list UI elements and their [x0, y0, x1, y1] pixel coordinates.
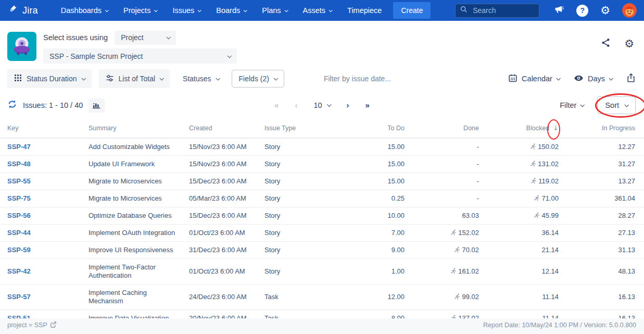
issues-bar: Issues: 1 - 10 / 40: [0, 90, 644, 120]
to-do-cell: 9.00: [325, 242, 405, 259]
export-icon[interactable]: [626, 73, 636, 85]
column-header-created[interactable]: Created: [182, 120, 257, 138]
table-row: SSP-56 Optimize Database Queries 15/Dec/…: [0, 207, 644, 225]
statuses-dropdown[interactable]: Statuses: [176, 69, 225, 88]
fields-dropdown[interactable]: Fields (2): [232, 70, 284, 88]
column-header-summary[interactable]: Summary: [81, 120, 182, 138]
nav-item-boards[interactable]: Boards: [216, 6, 246, 15]
settings-gear-icon[interactable]: ⚙: [600, 5, 610, 16]
brand-name: Jira: [22, 5, 38, 16]
chevron-down-icon: [167, 35, 171, 39]
to-do-cell: 1.00: [325, 259, 405, 284]
refresh-icon[interactable]: [7, 100, 17, 111]
blocked-cell: 45.99: [479, 207, 559, 225]
chevron-down-icon: [556, 76, 560, 80]
jira-logo[interactable]: Jira: [8, 4, 38, 17]
project-select-dropdown[interactable]: SSP - Sample Scrum Project: [43, 48, 237, 64]
header-action-icons: ⚙: [601, 38, 634, 50]
chevron-down-icon: [624, 103, 628, 107]
done-cell: 99.02: [405, 284, 479, 310]
to-do-cell: 10.00: [325, 207, 405, 225]
table-row: SSP-57 Implement Caching Mechanism 24/De…: [0, 284, 644, 310]
pagination-last-button[interactable]: »: [365, 101, 370, 109]
in-progress-cell: 27.13: [559, 225, 644, 242]
announcements-megaphone-icon[interactable]: [553, 4, 564, 17]
issues-count-label: Issues: 1 - 10 / 40: [23, 101, 83, 109]
nav-item-issues[interactable]: Issues: [172, 6, 200, 15]
calendar-view-dropdown[interactable]: Calendar: [508, 73, 560, 84]
search-input[interactable]: [472, 6, 529, 15]
created-cell: 15/Dec/23 6:00 AM: [182, 207, 257, 225]
issue-source-controls: Select issues using Project SSP - Sample…: [43, 30, 237, 64]
issue-key-link[interactable]: SSP-44: [7, 229, 31, 237]
nav-item-assets[interactable]: Assets: [303, 6, 332, 15]
column-header-in-progress[interactable]: In Progress: [559, 120, 644, 138]
chevron-down-icon: [244, 8, 247, 12]
help-icon[interactable]: ?: [576, 5, 588, 17]
sort-direction-arrow-icon[interactable]: ↓: [553, 124, 559, 132]
chevron-down-icon: [216, 76, 220, 80]
jira-mark-icon: [8, 4, 19, 17]
issue-key-link[interactable]: SSP-47: [7, 143, 31, 151]
toolbar-right-group: Calendar Days: [508, 73, 636, 85]
column-header-key[interactable]: Key: [0, 120, 81, 138]
pagination-first-button[interactable]: «: [274, 101, 279, 109]
column-header-to-do[interactable]: To Do: [325, 120, 405, 138]
issue-key-link[interactable]: SSP-75: [7, 194, 31, 202]
summary-cell: Implement Two-Factor Authentication: [81, 259, 182, 284]
report-settings-gear-icon[interactable]: ⚙: [624, 39, 634, 50]
chart-view-button[interactable]: [89, 98, 105, 113]
done-cell: -: [405, 190, 479, 207]
active-status-runner-icon: [534, 212, 540, 220]
nav-item-timepiece[interactable]: Timepiece: [347, 6, 382, 15]
issue-source-mode-dropdown[interactable]: Project: [115, 31, 176, 45]
external-link-icon[interactable]: [50, 321, 57, 329]
issue-date-filter-input[interactable]: [323, 74, 422, 83]
to-do-cell: 15.00: [325, 156, 405, 173]
issue-key-link[interactable]: SSP-59: [7, 246, 31, 254]
active-status-runner-icon: [530, 143, 537, 151]
issues-table-body: SSP-47 Add Customizable Widgets 15/Nov/2…: [0, 138, 644, 327]
filter-dropdown[interactable]: Filter: [560, 101, 584, 109]
issue-key-link[interactable]: SSP-57: [7, 293, 31, 301]
table-row: SSP-42 Implement Two-Factor Authenticati…: [0, 259, 644, 284]
user-avatar[interactable]: [622, 3, 637, 18]
nav-item-plans[interactable]: Plans: [262, 6, 287, 15]
page-size-dropdown[interactable]: 10: [313, 101, 330, 109]
column-header-blocked[interactable]: Blocked↓: [479, 120, 559, 138]
in-progress-cell: 13.27: [559, 173, 644, 190]
chevron-down-icon: [160, 76, 164, 80]
summary-cell: Improve UI Responsiveness: [81, 242, 182, 259]
issue-key-link[interactable]: SSP-42: [7, 267, 31, 275]
time-unit-dropdown[interactable]: Days: [574, 73, 612, 84]
blocked-cell: 71.00: [479, 190, 559, 207]
table-row: SSP-48 Update UI Framework 15/Nov/23 6:0…: [0, 156, 644, 173]
blocked-cell: 119.02: [479, 173, 559, 190]
sort-button[interactable]: Sort: [597, 96, 636, 114]
list-of-total-dropdown[interactable]: List of Total: [99, 69, 170, 88]
global-search[interactable]: [455, 4, 539, 18]
jira-report-page: Jira Dashboards Projects Issues Boards P…: [0, 0, 644, 334]
create-button[interactable]: Create: [393, 2, 431, 19]
column-header-done[interactable]: Done: [405, 120, 479, 138]
issue-key-link[interactable]: SSP-55: [7, 177, 31, 185]
summary-cell: Migrate to Microservices: [81, 190, 182, 207]
to-do-cell: 7.00: [325, 225, 405, 242]
report-header-section: Select issues using Project SSP - Sample…: [0, 21, 644, 68]
nav-item-projects[interactable]: Projects: [123, 6, 157, 15]
issue-type-cell: Story: [257, 259, 325, 284]
calendar-icon: [508, 73, 517, 84]
share-icon[interactable]: [601, 38, 611, 50]
summary-cell: Optimize Database Queries: [81, 207, 182, 225]
in-progress-cell: 16.13: [559, 284, 644, 310]
issue-date-filter[interactable]: [323, 74, 422, 83]
pagination-prev-button[interactable]: ‹: [295, 101, 297, 109]
status-duration-dropdown[interactable]: Status Duration: [7, 69, 92, 88]
pagination-next-button[interactable]: ›: [347, 101, 349, 109]
issue-key-link[interactable]: SSP-48: [7, 160, 31, 168]
in-progress-cell: 31.27: [559, 156, 644, 173]
report-footer: project = SSP Report Date: 10/May/24 1:0…: [0, 318, 644, 334]
column-header-issue-type[interactable]: Issue Type: [257, 120, 325, 138]
nav-item-dashboards[interactable]: Dashboards: [61, 6, 108, 15]
issue-key-link[interactable]: SSP-56: [7, 212, 31, 219]
